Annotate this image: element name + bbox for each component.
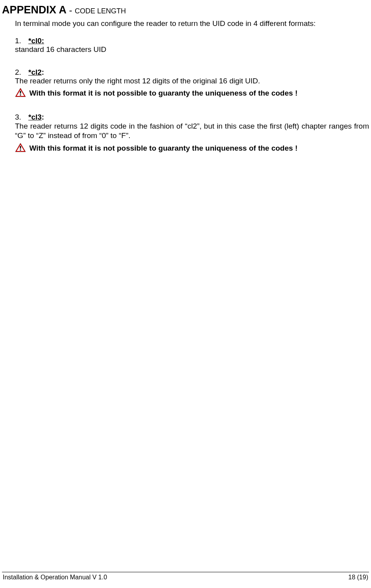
page-footer: Installation & Operation Manual V 1.0 18… xyxy=(2,572,369,581)
footer-divider xyxy=(2,572,369,572)
heading-sub: CODE LENGTH xyxy=(75,7,126,15)
svg-rect-6 xyxy=(20,146,21,149)
svg-rect-2 xyxy=(20,91,21,94)
footer-left: Installation & Operation Manual V 1.0 xyxy=(3,574,107,581)
warning-text: With this format it is not possible to g… xyxy=(29,89,297,97)
appendix-heading: APPENDIX A - CODE LENGTH xyxy=(2,4,369,16)
warning-row: With this format it is not possible to g… xyxy=(15,88,369,99)
item-command: *cl0: xyxy=(28,37,44,45)
item-header: 3.*cl3: xyxy=(15,113,369,122)
page-content: APPENDIX A - CODE LENGTH In terminal mod… xyxy=(0,4,371,154)
item-body: standard 16 characters UID xyxy=(15,45,369,54)
item-number: 3. xyxy=(15,113,28,122)
footer-right: 18 (19) xyxy=(348,574,368,581)
item-number: 2. xyxy=(15,68,28,77)
svg-rect-3 xyxy=(20,94,21,96)
svg-rect-7 xyxy=(20,149,21,151)
intro-text: In terminal mode you can configure the r… xyxy=(15,19,369,28)
warning-text: With this format it is not possible to g… xyxy=(29,144,297,152)
warning-triangle-icon xyxy=(15,88,26,99)
item-colon: : xyxy=(42,68,44,76)
item-body: The reader returns 12 digits code in the… xyxy=(15,122,369,140)
list-item-3: 3.*cl3: The reader returns 12 digits cod… xyxy=(15,113,369,154)
heading-dash: - xyxy=(69,5,72,15)
item-command: *cl3 xyxy=(28,113,42,121)
heading-main: APPENDIX A xyxy=(2,4,66,16)
footer-row: Installation & Operation Manual V 1.0 18… xyxy=(2,574,369,581)
item-colon: : xyxy=(42,113,44,121)
content-body: In terminal mode you can configure the r… xyxy=(2,19,369,154)
warning-triangle-icon xyxy=(15,143,26,154)
item-number: 1. xyxy=(15,37,28,45)
item-header: 1.*cl0: xyxy=(15,37,369,45)
list-item-2: 2.*cl2: The reader returns only the righ… xyxy=(15,68,369,99)
warning-row: With this format it is not possible to g… xyxy=(15,143,369,154)
item-header: 2.*cl2: xyxy=(15,68,369,77)
list-item-1: 1.*cl0: standard 16 characters UID xyxy=(15,37,369,54)
item-body: The reader returns only the right most 1… xyxy=(15,77,369,85)
item-command: *cl2 xyxy=(28,68,42,76)
